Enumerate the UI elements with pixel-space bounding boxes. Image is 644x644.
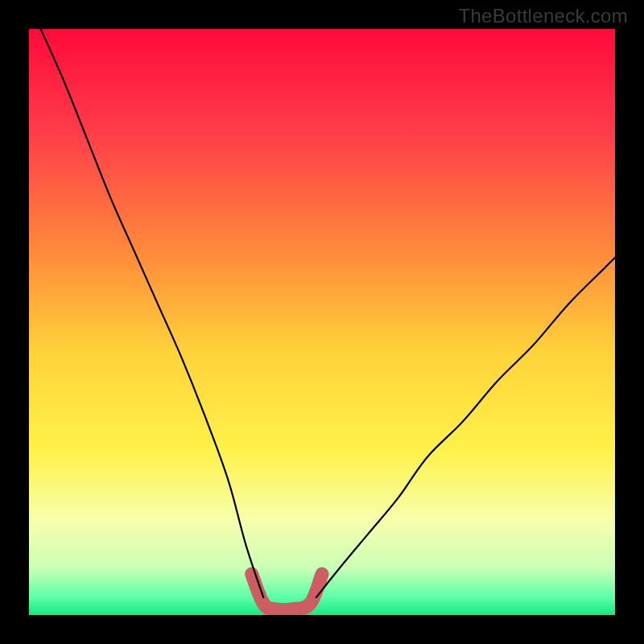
gradient-background	[29, 29, 615, 615]
chart-canvas	[29, 29, 615, 615]
watermark-text: TheBottleneck.com	[458, 5, 628, 27]
plot-area	[29, 29, 615, 615]
chart-frame: TheBottleneck.com	[0, 0, 644, 644]
